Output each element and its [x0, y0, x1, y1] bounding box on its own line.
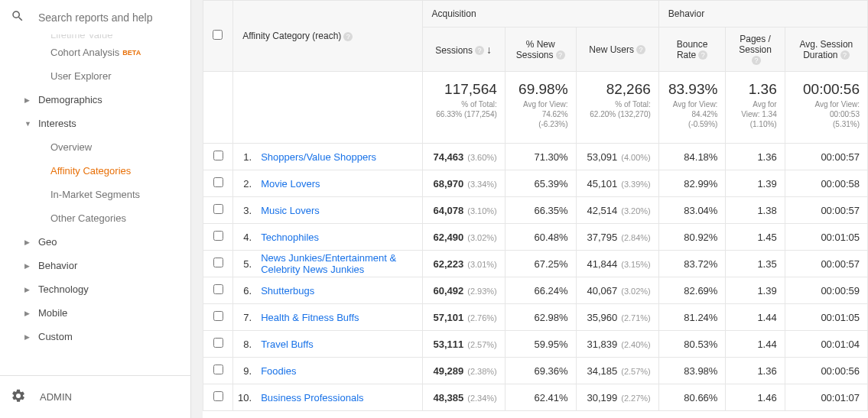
row-checkbox[interactable] — [213, 204, 223, 214]
col-bounce[interactable]: Bounce Rate? — [658, 28, 726, 72]
category-link[interactable]: Business Professionals — [256, 392, 421, 403]
new-users-value: 35,960 — [587, 312, 618, 323]
nav-label: Geo — [38, 236, 57, 248]
help-icon[interactable]: ? — [698, 50, 707, 60]
table-row: 1.Shoppers/Value Shoppers74,463(3.60%)71… — [203, 144, 868, 170]
sidebar: Lifetime ValueCohort AnalysisBETAUser Ex… — [0, 0, 191, 418]
new-sessions-value: 69.36% — [505, 358, 576, 384]
sessions-value: 57,101 — [433, 312, 463, 323]
data-table: Affinity Category (reach)? Acquisition B… — [203, 0, 868, 411]
nav-label: Technology — [38, 284, 89, 295]
summary-row: 117,564% of Total:66.33% (177,254) 69.98… — [203, 72, 868, 144]
new-users-pct: (2.57%) — [621, 367, 651, 376]
row-checkbox[interactable] — [213, 311, 223, 321]
table-row: 9.Foodies49,289(2.38%)69.36%34,185(2.57%… — [203, 358, 868, 384]
nav-item-technology[interactable]: ▶Technology — [0, 277, 190, 301]
nav-item-custom[interactable]: ▶Custom — [0, 325, 190, 348]
nav-item-user-explorer[interactable]: User Explorer — [0, 64, 190, 88]
new-sessions-value: 59.95% — [505, 331, 576, 358]
table-row: 2.Movie Lovers68,970(3.34%)65.39%45,101(… — [203, 170, 868, 197]
nav-item-cohort-analysis[interactable]: Cohort AnalysisBETA — [0, 41, 190, 64]
new-sessions-value: 65.39% — [505, 170, 576, 197]
help-icon[interactable]: ? — [556, 50, 565, 60]
row-rank: 10. — [233, 392, 252, 403]
sessions-pct: (3.34%) — [467, 180, 497, 189]
category-link[interactable]: Shoppers/Value Shoppers — [256, 151, 421, 163]
nav-label: User Explorer — [50, 70, 111, 82]
category-link[interactable]: News Junkies/Entertainment & Celebrity N… — [256, 252, 421, 275]
category-link[interactable]: Movie Lovers — [256, 178, 421, 190]
duration-value: 00:00:56 — [785, 358, 867, 384]
sessions-pct: (3.02%) — [467, 233, 497, 242]
duration-value: 00:01:07 — [785, 384, 867, 411]
row-checkbox[interactable] — [213, 338, 223, 348]
row-rank: 8. — [233, 339, 252, 350]
col-sessions[interactable]: Sessions?↓ — [422, 28, 505, 72]
row-checkbox[interactable] — [213, 391, 223, 401]
admin-link[interactable]: ADMIN — [0, 375, 190, 418]
row-checkbox[interactable] — [213, 365, 223, 374]
dimension-header[interactable]: Affinity Category (reach)? — [233, 1, 422, 72]
category-link[interactable]: Shutterbugs — [256, 285, 421, 296]
sort-down-icon: ↓ — [486, 44, 492, 56]
search-input[interactable] — [38, 11, 180, 24]
nav-item-affinity-categories[interactable]: Affinity Categories — [0, 159, 190, 183]
pages-value: 1.38 — [726, 197, 785, 224]
search-icon[interactable] — [11, 9, 24, 25]
help-icon[interactable]: ? — [752, 56, 761, 65]
help-icon[interactable]: ? — [636, 45, 645, 54]
triangle-right-icon: ▶ — [24, 286, 38, 293]
nav-item-interests[interactable]: ▼Interests — [0, 112, 190, 135]
table-row: 3.Music Lovers64,078(3.10%)66.35%42,514(… — [203, 197, 868, 224]
triangle-right-icon: ▶ — [24, 96, 38, 104]
category-link[interactable]: Music Lovers — [256, 205, 421, 216]
bounce-value: 84.18% — [658, 144, 726, 170]
col-pages[interactable]: Pages / Session? — [726, 28, 785, 72]
bounce-value: 83.72% — [658, 251, 726, 277]
nav-item-overview[interactable]: Overview — [0, 135, 190, 159]
pages-value: 1.36 — [726, 144, 785, 170]
sessions-value: 74,463 — [433, 151, 463, 163]
new-sessions-value: 66.24% — [505, 277, 576, 304]
new-sessions-value: 62.98% — [505, 304, 576, 331]
row-checkbox[interactable] — [213, 284, 223, 294]
table-row: 5.News Junkies/Entertainment & Celebrity… — [203, 251, 868, 277]
help-icon[interactable]: ? — [475, 46, 484, 55]
nav-item-other-categories[interactable]: Other Categories — [0, 206, 190, 230]
new-users-pct: (3.20%) — [621, 206, 651, 215]
sessions-pct: (2.57%) — [467, 340, 497, 349]
nav-item-behavior[interactable]: ▶Behavior — [0, 254, 190, 277]
category-link[interactable]: Foodies — [256, 365, 421, 377]
nav-item-mobile[interactable]: ▶Mobile — [0, 301, 190, 325]
duration-value: 00:00:57 — [785, 197, 867, 224]
bounce-value: 83.04% — [658, 197, 726, 224]
nav-item-demographics[interactable]: ▶Demographics — [0, 88, 190, 112]
nav-item-geo[interactable]: ▶Geo — [0, 230, 190, 254]
category-link[interactable]: Travel Buffs — [256, 339, 421, 350]
pages-value: 1.44 — [726, 304, 785, 331]
select-all-checkbox[interactable] — [213, 30, 223, 40]
category-link[interactable]: Technophiles — [256, 232, 421, 243]
row-rank: 3. — [233, 205, 252, 216]
category-link[interactable]: Health & Fitness Buffs — [256, 312, 421, 323]
row-checkbox[interactable] — [213, 231, 223, 241]
sessions-value: 48,385 — [433, 392, 463, 403]
row-checkbox[interactable] — [213, 258, 223, 267]
bounce-value: 82.99% — [658, 170, 726, 197]
row-checkbox[interactable] — [213, 177, 223, 187]
help-icon[interactable]: ? — [343, 32, 353, 41]
new-sessions-value: 62.41% — [505, 384, 576, 411]
pages-value: 1.39 — [726, 170, 785, 197]
col-duration[interactable]: Avg. Session Duration? — [785, 28, 867, 72]
col-new-sessions[interactable]: % New Sessions? — [505, 28, 576, 72]
bounce-value: 80.66% — [658, 384, 726, 411]
new-users-value: 45,101 — [587, 178, 618, 190]
new-users-value: 53,091 — [587, 151, 618, 163]
new-users-value: 41,844 — [587, 258, 618, 270]
nav-item-lifetime-value[interactable]: Lifetime Value — [0, 34, 190, 41]
help-icon[interactable]: ? — [840, 50, 850, 60]
row-checkbox[interactable] — [213, 151, 223, 160]
row-rank: 6. — [233, 285, 252, 296]
nav-item-in-market-segments[interactable]: In-Market Segments — [0, 183, 190, 206]
col-new-users[interactable]: New Users? — [576, 28, 658, 72]
